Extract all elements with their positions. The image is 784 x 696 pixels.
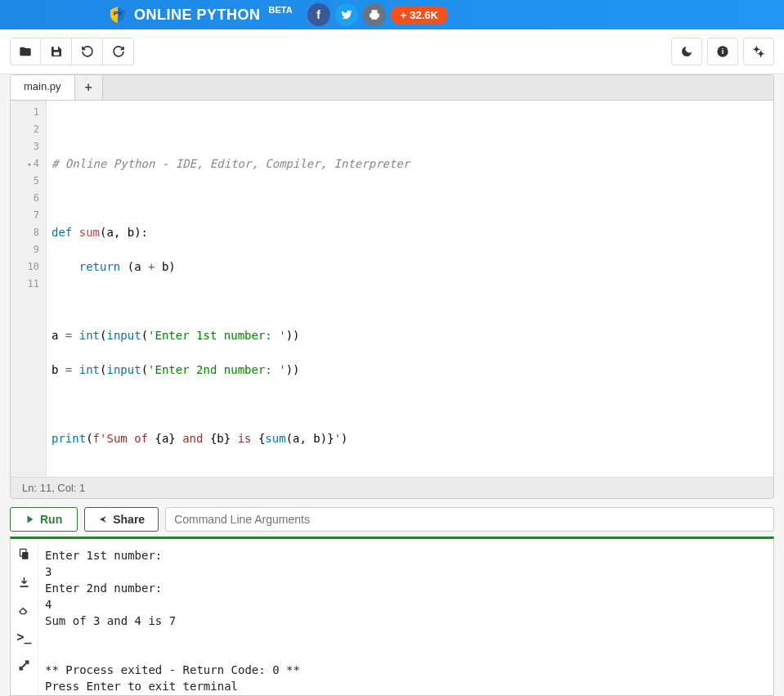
tab-add-button[interactable]: +: [75, 75, 103, 100]
eraser-icon: [18, 604, 30, 616]
facebook-icon: f: [316, 8, 320, 21]
terminal: >_ Enter 1st number: 3 Enter 2nd number:…: [10, 537, 774, 696]
terminal-sidebar: >_: [11, 539, 38, 695]
share-icon: [98, 514, 108, 524]
moon-icon: [680, 45, 693, 58]
fullscreen-button[interactable]: [16, 657, 33, 673]
facebook-button[interactable]: f: [307, 3, 330, 26]
share-count-button[interactable]: + 32.6K: [391, 6, 448, 25]
run-bar: Run Share: [10, 507, 774, 532]
fold-icon[interactable]: ▾: [27, 160, 31, 168]
svg-point-6: [759, 52, 763, 56]
save-button[interactable]: [41, 38, 72, 65]
toolbar: i: [0, 29, 784, 74]
code-area[interactable]: # Online Python - IDE, Editor, Compiler,…: [47, 101, 773, 477]
svg-text:i: i: [722, 47, 724, 56]
run-label: Run: [40, 513, 62, 526]
tab-main[interactable]: main.py: [11, 75, 75, 100]
beta-badge: BETA: [269, 5, 293, 15]
undo-icon: [81, 45, 94, 58]
svg-rect-1: [53, 47, 57, 50]
info-icon: i: [716, 45, 729, 58]
redo-icon: [112, 45, 125, 58]
svg-rect-2: [53, 52, 59, 56]
cli-args-input[interactable]: [165, 507, 774, 532]
svg-point-5: [755, 47, 759, 52]
clear-button[interactable]: [16, 601, 33, 617]
print-button[interactable]: [363, 3, 386, 26]
run-button[interactable]: Run: [10, 507, 78, 532]
undo-button[interactable]: [72, 38, 103, 65]
code-editor[interactable]: 1 2 3 ▾4 5 6 7 8 9 10 11 # Online Python…: [11, 101, 773, 477]
top-header: PY ONLINE PYTHON BETA f + 32.6K: [0, 0, 784, 29]
editor-container: main.py + 1 2 3 ▾4 5 6 7 8 9 10 11 # Onl…: [10, 74, 774, 499]
share-button[interactable]: Share: [84, 507, 159, 532]
settings-icon: [751, 45, 766, 58]
info-button[interactable]: i: [707, 38, 738, 65]
open-button[interactable]: [10, 38, 41, 65]
print-icon: [369, 9, 380, 20]
folder-open-icon: [19, 45, 32, 58]
dark-mode-button[interactable]: [671, 38, 702, 65]
settings-button[interactable]: [743, 38, 774, 65]
brand-title: ONLINE PYTHON: [134, 7, 261, 24]
twitter-icon: [341, 9, 352, 20]
terminal-prompt-button[interactable]: >_: [16, 629, 33, 645]
download-button[interactable]: [16, 573, 33, 590]
svg-text:PY: PY: [114, 10, 123, 17]
svg-marker-7: [28, 516, 34, 523]
twitter-button[interactable]: [335, 3, 358, 26]
redo-button[interactable]: [103, 38, 134, 65]
save-icon: [50, 45, 63, 58]
download-icon: [18, 576, 30, 588]
plus-icon: +: [85, 80, 92, 94]
copy-button[interactable]: [16, 546, 33, 562]
copy-icon: [18, 548, 30, 560]
expand-icon: [18, 659, 30, 671]
terminal-output[interactable]: Enter 1st number: 3 Enter 2nd number: 4 …: [38, 539, 773, 695]
plus-icon: +: [401, 9, 407, 21]
share-label: Share: [113, 513, 145, 526]
tab-bar: main.py +: [11, 75, 773, 101]
share-count-value: 32.6K: [410, 9, 438, 21]
play-icon: [25, 514, 35, 524]
line-gutter: 1 2 3 ▾4 5 6 7 8 9 10 11: [11, 101, 47, 477]
prompt-icon: >_: [16, 630, 31, 644]
logo-icon: PY: [108, 5, 128, 25]
